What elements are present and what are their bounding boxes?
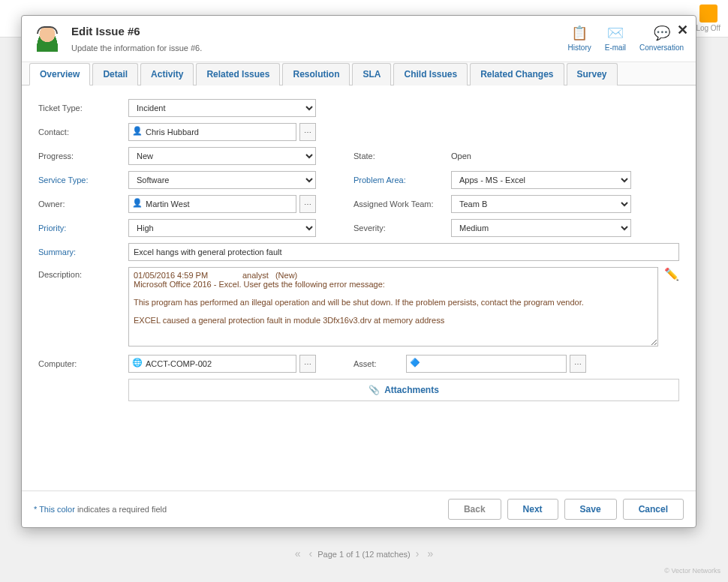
description-textarea[interactable]: 01/05/2016 4:59 PM analyst (New) Microso…: [128, 267, 658, 346]
computer-label: Computer:: [38, 359, 128, 368]
logoff-icon: [699, 4, 717, 22]
pager-last-icon[interactable]: »: [428, 548, 434, 560]
pager-next-icon[interactable]: ›: [416, 548, 420, 560]
summary-label: Summary:: [38, 248, 128, 256]
conversation-icon: 💬: [652, 25, 672, 41]
computer-input[interactable]: [128, 355, 296, 373]
severity-label: Severity:: [353, 224, 451, 232]
priority-label: Priority:: [38, 224, 128, 232]
pager-text: Page 1 of 1 (12 matches): [317, 550, 411, 559]
owner-lookup-button[interactable]: ⋯: [299, 195, 316, 213]
tabs: Overview Detail Activity Related Issues …: [22, 62, 696, 86]
history-icon: 📋: [570, 25, 589, 41]
problem-area-select[interactable]: Apps - MS - Excel: [451, 171, 631, 189]
pager-prev-icon[interactable]: ‹: [309, 548, 313, 560]
close-button[interactable]: ✕: [677, 22, 688, 38]
state-label: State:: [353, 152, 451, 160]
asset-label: Asset:: [353, 359, 406, 368]
contact-lookup-button[interactable]: ⋯: [299, 123, 316, 141]
owner-input[interactable]: [128, 195, 296, 213]
history-button[interactable]: 📋 History: [568, 25, 591, 52]
copyright: © Vector Networks: [664, 567, 720, 574]
save-button[interactable]: Save: [564, 499, 617, 520]
attachments-button[interactable]: 📎 Attachments: [128, 379, 679, 401]
pager: « ‹ Page 1 of 1 (12 matches) › »: [0, 548, 728, 560]
cancel-button[interactable]: Cancel: [623, 499, 684, 520]
contact-input[interactable]: [128, 123, 296, 141]
service-type-select[interactable]: Software: [128, 171, 316, 189]
assigned-team-label: Assigned Work Team:: [353, 200, 451, 208]
description-label: Description:: [38, 267, 128, 279]
logoff-label: Log Off: [696, 24, 720, 32]
tab-survey[interactable]: Survey: [567, 63, 618, 86]
progress-label: Progress:: [38, 152, 128, 160]
back-button[interactable]: Back: [448, 499, 501, 520]
state-value: Open: [451, 152, 471, 160]
modal-subtitle: Update the information for issue #6.: [71, 44, 202, 52]
summary-input[interactable]: [128, 243, 679, 261]
attachments-label: Attachments: [384, 385, 439, 395]
next-button[interactable]: Next: [507, 499, 558, 520]
computer-lookup-button[interactable]: ⋯: [299, 355, 316, 373]
ticket-type-label: Ticket Type:: [38, 104, 128, 112]
pencil-icon: ✏️: [664, 268, 679, 280]
edit-description-button[interactable]: ✏️: [664, 267, 679, 281]
email-button[interactable]: ✉️ E-mail: [605, 25, 626, 52]
tab-overview[interactable]: Overview: [29, 63, 90, 86]
pager-first-icon[interactable]: «: [295, 548, 301, 560]
tab-activity[interactable]: Activity: [140, 63, 194, 86]
asset-lookup-button[interactable]: ⋯: [570, 355, 586, 373]
tab-related-issues[interactable]: Related Issues: [196, 63, 280, 86]
contact-label: Contact:: [38, 128, 128, 136]
service-type-label: Service Type:: [38, 176, 128, 184]
agent-icon: [34, 25, 61, 52]
problem-area-label: Problem Area:: [353, 176, 451, 184]
required-note: * This color indicates a required field: [34, 505, 167, 514]
asset-input[interactable]: [406, 355, 567, 373]
tab-sla[interactable]: SLA: [352, 63, 391, 86]
priority-select[interactable]: High: [128, 219, 316, 237]
modal-title: Edit Issue #6: [71, 25, 202, 38]
tab-resolution[interactable]: Resolution: [282, 63, 350, 86]
email-icon: ✉️: [606, 25, 625, 41]
edit-issue-modal: Edit Issue #6 Update the information for…: [21, 15, 696, 528]
severity-select[interactable]: Medium: [451, 219, 631, 237]
tab-related-changes[interactable]: Related Changes: [470, 63, 564, 86]
owner-label: Owner:: [38, 200, 128, 208]
logoff-button[interactable]: Log Off: [696, 4, 720, 32]
progress-select[interactable]: New: [128, 147, 316, 165]
assigned-team-select[interactable]: Team B: [451, 195, 631, 213]
tab-child-issues[interactable]: Child Issues: [393, 63, 468, 86]
attachment-icon: 📎: [369, 385, 380, 395]
tab-detail[interactable]: Detail: [92, 63, 138, 86]
ticket-type-select[interactable]: Incident: [128, 99, 316, 117]
